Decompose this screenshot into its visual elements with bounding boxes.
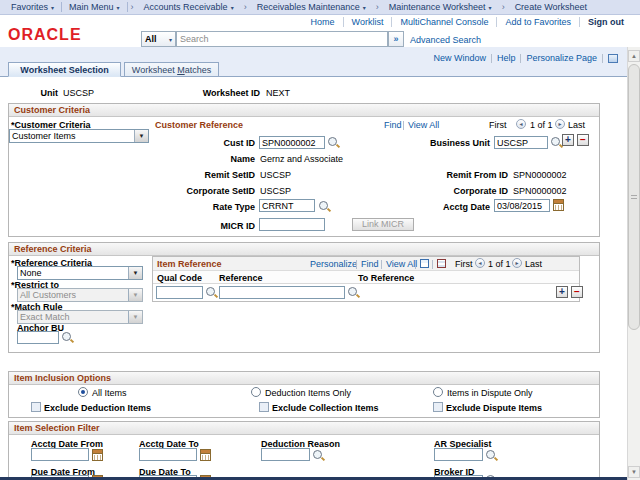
checkbox-exclude-dispute-items[interactable] (433, 402, 443, 412)
breadcrumb-item-receivables-maintenance[interactable]: Receivables Maintenance ▾ (250, 2, 373, 12)
radio-all-items-label[interactable]: All Items (92, 388, 127, 398)
worklist-link[interactable]: Worklist (344, 17, 392, 27)
breadcrumb-separator: › (499, 2, 508, 12)
pager-count: 1 of 1 (530, 120, 553, 130)
link-divider (403, 121, 404, 130)
pager-next-button[interactable]: ▸ (555, 119, 565, 129)
rate-type-lookup-icon[interactable] (319, 201, 331, 213)
dropdown-caret-icon: ▾ (51, 4, 54, 11)
checkbox-exclude-collection-items-label[interactable]: Exclude Collection Items (272, 403, 379, 413)
add-row-button[interactable]: + (562, 134, 574, 146)
tab-worksheet-matches[interactable]: Worksheet Matches (124, 62, 219, 77)
dropdown-caret-icon: ▾ (363, 4, 366, 11)
view-all-link[interactable]: View All (408, 120, 439, 130)
anchor-bu-input[interactable] (17, 331, 59, 344)
acctg-date-calendar-icon[interactable] (553, 199, 564, 211)
checkbox-exclude-deduction-items-label[interactable]: Exclude Deduction Items (44, 403, 151, 413)
breadcrumb-item-create-worksheet[interactable]: Create Worksheet (508, 2, 594, 12)
search-input[interactable] (176, 31, 388, 47)
grid-add-row-button[interactable]: + (556, 286, 568, 298)
search-scope-value: All (145, 34, 157, 44)
zoom-grid-icon[interactable] (437, 259, 446, 268)
micr-id-input[interactable] (259, 218, 325, 231)
search-scope-select[interactable]: All ▾ (141, 31, 176, 47)
help-link[interactable]: Help (492, 53, 521, 63)
scroll-up-button[interactable]: ▲ (628, 50, 640, 62)
grid-delete-row-button[interactable]: − (571, 286, 583, 298)
personalize-link[interactable]: Personalize (310, 259, 357, 269)
select-arrow-icon[interactable]: ▼ (134, 130, 148, 142)
personalize-page-link[interactable]: Personalize Page (521, 53, 602, 63)
anchor-bu-lookup-icon[interactable] (62, 332, 74, 344)
deduction-reason-input[interactable] (261, 448, 310, 461)
new-window-link[interactable]: New Window (428, 53, 491, 63)
home-link[interactable]: Home (303, 17, 343, 27)
cust-id-lookup-icon[interactable] (328, 137, 340, 149)
cust-id-input[interactable] (259, 136, 325, 149)
breadcrumb-item-main-menu[interactable]: Main Menu ▾ (62, 2, 127, 12)
personalize-layout-icon[interactable] (608, 54, 618, 63)
radio-all-items[interactable] (78, 387, 88, 397)
tab-worksheet-selection[interactable]: Worksheet Selection (8, 62, 121, 77)
breadcrumb-label: Maintenance Worksheet (389, 2, 486, 12)
acctg-date-input[interactable] (494, 199, 550, 212)
acctg-date-to-input[interactable] (139, 448, 197, 461)
breadcrumb-item-accounts-receivable[interactable]: Accounts Receivable ▾ (137, 2, 241, 12)
pagebar-links: New Window Help Personalize Page (428, 53, 618, 63)
multichannel-console-link[interactable]: MultiChannel Console (392, 17, 496, 27)
scroll-thumb[interactable] (628, 64, 640, 330)
advanced-search-link[interactable]: Advanced Search (410, 35, 481, 45)
scroll-down-button[interactable]: ▼ (628, 466, 640, 478)
pager-prev-button[interactable]: ◂ (516, 119, 526, 129)
reference-lookup-icon[interactable] (348, 287, 360, 299)
qual-code-lookup-icon[interactable] (206, 287, 218, 299)
col-qual-code: Qual Code (157, 273, 202, 283)
section-header: Customer Criteria (9, 104, 599, 117)
checkbox-exclude-dispute-items-label[interactable]: Exclude Dispute Items (446, 403, 542, 413)
link-micr-button[interactable]: Link MICR (352, 218, 414, 231)
deduction-reason-lookup-icon[interactable] (313, 450, 325, 462)
delete-row-button[interactable]: − (577, 134, 589, 146)
reference-criteria-select[interactable]: None ▼ (17, 266, 143, 280)
customer-criteria-value: Customer Items (10, 130, 134, 142)
customer-criteria-select[interactable]: Customer Items ▼ (9, 129, 149, 143)
radio-deduction-items-only[interactable] (251, 387, 261, 397)
customer-reference-title: Customer Reference (155, 120, 243, 130)
dropdown-caret-icon: ▾ (489, 4, 492, 11)
acctg-date-from-calendar-icon[interactable] (92, 449, 103, 461)
grid-pager-prev-button[interactable]: ◂ (475, 258, 485, 268)
acctg-date-from-input[interactable] (31, 448, 89, 461)
sign-out-link[interactable]: Sign out (580, 17, 632, 27)
grid-pager-first: First (455, 259, 473, 269)
corporate-setid-value: USCSP (260, 186, 291, 196)
select-arrow-icon[interactable]: ▼ (128, 267, 142, 279)
acctg-date-to-calendar-icon[interactable] (200, 449, 211, 461)
checkbox-exclude-deduction-items[interactable] (31, 402, 41, 412)
grid-pager-next-button[interactable]: ▸ (512, 258, 522, 268)
business-unit-input[interactable] (494, 136, 548, 149)
download-to-excel-icon[interactable] (420, 259, 429, 268)
link-divider (415, 260, 416, 269)
ar-specialist-input[interactable] (434, 448, 483, 461)
search-go-button[interactable]: » (388, 31, 404, 47)
grid-view-all-link[interactable]: View All (386, 259, 417, 269)
radio-items-in-dispute-only[interactable] (433, 387, 443, 397)
remit-setid-value: USCSP (260, 170, 291, 180)
match-rule-select: Exact Match ▼ (17, 310, 143, 324)
checkbox-exclude-collection-items[interactable] (259, 402, 269, 412)
breadcrumb-item-maintenance-worksheet[interactable]: Maintenance Worksheet ▾ (382, 2, 499, 12)
add-to-favorites-link[interactable]: Add to Favorites (497, 17, 579, 27)
radio-items-in-dispute-only-label[interactable]: Items in Dispute Only (447, 388, 533, 398)
peoplesoft-create-worksheet-page: Favorites ▾ Main Menu ▾ › Accounts Recei… (0, 0, 640, 480)
radio-deduction-items-only-label[interactable]: Deduction Items Only (265, 388, 351, 398)
business-unit-label: Business Unit (372, 138, 490, 148)
reference-input[interactable] (219, 286, 345, 299)
grid-find-link[interactable]: Find (361, 259, 379, 269)
grid-pager-last: Last (525, 259, 542, 269)
find-link[interactable]: Find (384, 120, 402, 130)
link-divider (432, 260, 433, 269)
breadcrumb-item-favorites[interactable]: Favorites ▾ (4, 2, 61, 12)
rate-type-input[interactable] (259, 199, 315, 212)
qual-code-input[interactable] (156, 286, 203, 299)
ar-specialist-lookup-icon[interactable] (486, 450, 498, 462)
